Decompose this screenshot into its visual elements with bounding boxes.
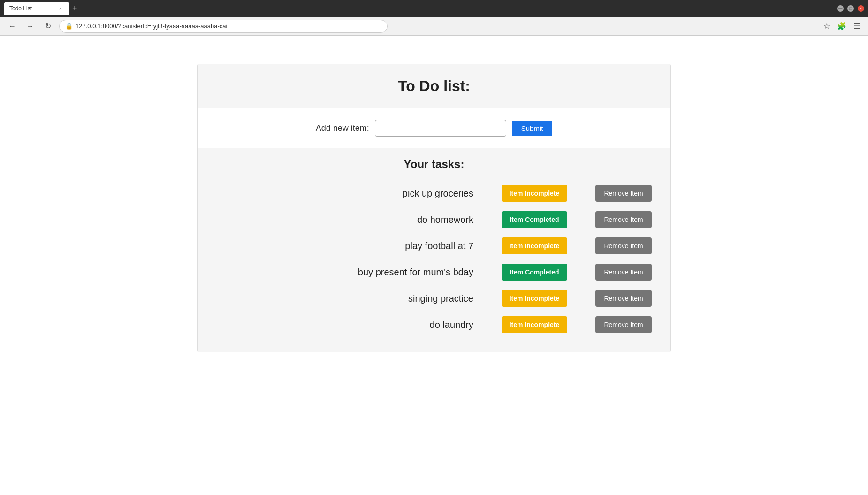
status-button-6[interactable]: Item Incomplete bbox=[502, 316, 567, 333]
header-section: To Do list: bbox=[198, 64, 670, 108]
status-button-2[interactable]: Item Completed bbox=[502, 211, 567, 228]
add-item-label: Add new item: bbox=[316, 123, 369, 133]
back-button[interactable]: ← bbox=[6, 20, 19, 33]
status-button-4[interactable]: Item Completed bbox=[502, 264, 567, 281]
tasks-section: Your tasks: pick up groceriesItem Incomp… bbox=[198, 148, 670, 352]
extensions-icon[interactable]: 🧩 bbox=[836, 21, 847, 32]
page-content: To Do list: Add new item: Submit Your ta… bbox=[0, 36, 868, 381]
menu-icon[interactable]: ☰ bbox=[851, 21, 862, 32]
task-row: play football at 7Item IncompleteRemove … bbox=[216, 233, 652, 259]
remove-button-5[interactable]: Remove Item bbox=[595, 290, 652, 307]
status-button-3[interactable]: Item Incomplete bbox=[502, 237, 567, 254]
new-tab-button[interactable]: + bbox=[69, 4, 80, 14]
browser-chrome: Todo List × + — □ × bbox=[0, 0, 868, 17]
add-item-section: Add new item: Submit bbox=[198, 108, 670, 148]
security-icon: 🔒 bbox=[65, 23, 73, 30]
url-text: 127.0.0.1:8000/?canisterId=ryjl3-tyaaa-a… bbox=[76, 23, 227, 30]
status-button-5[interactable]: Item Incomplete bbox=[502, 290, 567, 307]
remove-button-3[interactable]: Remove Item bbox=[595, 237, 652, 254]
task-name-4: buy present for mum's bday bbox=[216, 267, 502, 278]
maximize-button[interactable]: □ bbox=[847, 5, 854, 12]
browser-actions: ☆ 🧩 ☰ bbox=[821, 21, 862, 32]
refresh-button[interactable]: ↻ bbox=[41, 20, 54, 33]
minimize-button[interactable]: — bbox=[837, 5, 844, 12]
submit-button[interactable]: Submit bbox=[512, 121, 553, 136]
remove-button-1[interactable]: Remove Item bbox=[595, 185, 652, 202]
tasks-title: Your tasks: bbox=[216, 158, 652, 171]
task-row: do laundryItem IncompleteRemove Item bbox=[216, 312, 652, 338]
remove-button-4[interactable]: Remove Item bbox=[595, 264, 652, 281]
task-name-2: do homework bbox=[216, 214, 502, 225]
task-name-5: singing practice bbox=[216, 293, 502, 304]
new-item-input[interactable] bbox=[375, 120, 506, 137]
task-list: pick up groceriesItem IncompleteRemove I… bbox=[216, 180, 652, 338]
main-container: To Do list: Add new item: Submit Your ta… bbox=[197, 64, 671, 352]
address-field[interactable]: 🔒 127.0.0.1:8000/?canisterId=ryjl3-tyaaa… bbox=[59, 20, 388, 33]
status-button-1[interactable]: Item Incomplete bbox=[502, 185, 567, 202]
close-button[interactable]: × bbox=[858, 5, 864, 12]
address-bar-row: ← → ↻ 🔒 127.0.0.1:8000/?canisterId=ryjl3… bbox=[0, 17, 868, 36]
task-name-3: play football at 7 bbox=[216, 241, 502, 251]
active-tab[interactable]: Todo List × bbox=[4, 2, 69, 15]
task-name-1: pick up groceries bbox=[216, 188, 502, 199]
remove-button-6[interactable]: Remove Item bbox=[595, 316, 652, 333]
tab-title: Todo List bbox=[9, 5, 32, 12]
tab-bar: Todo List × + bbox=[4, 0, 80, 17]
forward-button[interactable]: → bbox=[23, 20, 37, 33]
task-row: do homeworkItem CompletedRemove Item bbox=[216, 206, 652, 233]
window-controls: — □ × bbox=[837, 5, 864, 12]
task-row: singing practiceItem IncompleteRemove It… bbox=[216, 285, 652, 312]
remove-button-2[interactable]: Remove Item bbox=[595, 211, 652, 228]
task-row: buy present for mum's bdayItem Completed… bbox=[216, 259, 652, 285]
task-name-6: do laundry bbox=[216, 320, 502, 330]
task-row: pick up groceriesItem IncompleteRemove I… bbox=[216, 180, 652, 206]
tab-close-button[interactable]: × bbox=[57, 5, 64, 12]
bookmark-icon[interactable]: ☆ bbox=[821, 21, 832, 32]
page-title: To Do list: bbox=[211, 77, 657, 95]
